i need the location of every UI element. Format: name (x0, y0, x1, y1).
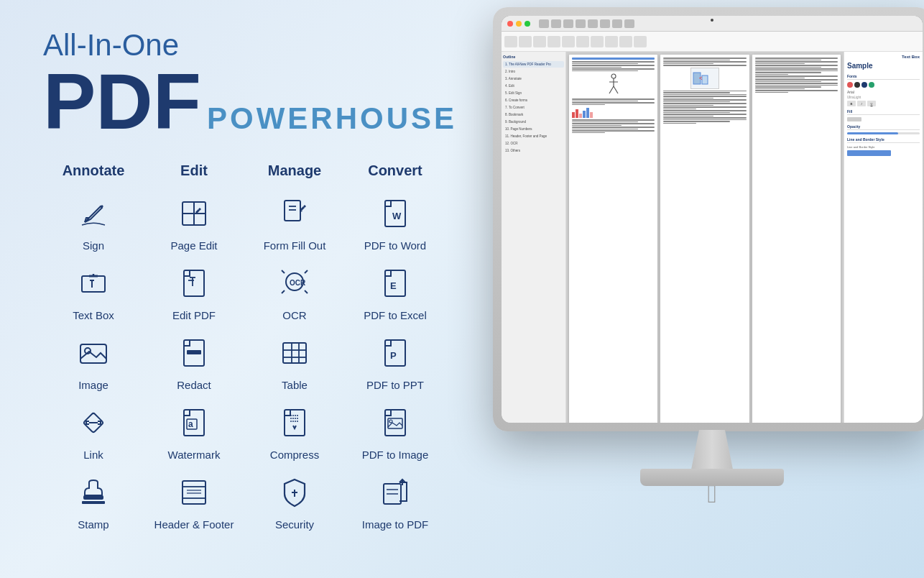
svg-rect-39 (285, 410, 305, 436)
line-border-sub: Line and Border Style (847, 145, 920, 149)
fill-swatch (847, 117, 861, 121)
svg-line-18 (305, 270, 308, 273)
image-icon (73, 333, 114, 373)
monitor-bezel: Outline 1. The All-New PDF Reader Pro 2.… (502, 16, 923, 423)
cat-edit: Edit (144, 162, 244, 179)
feature-form-fill-out[interactable]: Form Fill Out (244, 193, 345, 252)
redact-icon (174, 333, 214, 373)
svg-point-45 (389, 420, 392, 423)
pdf-page-3 (752, 55, 841, 423)
feature-sign[interactable]: Sign (43, 193, 144, 252)
page-header-1 (572, 58, 655, 60)
font-name-ultralight: UltraLight (847, 96, 920, 99)
svg-line-62 (609, 86, 614, 93)
outline-title: Outline (503, 55, 564, 59)
watermark-icon: a (174, 403, 214, 443)
feature-security[interactable]: Security (244, 472, 345, 531)
monitor-neck (690, 430, 734, 473)
swatch-blue (861, 82, 867, 88)
border-preview (847, 150, 891, 156)
page-lines-3 (572, 119, 655, 133)
toolbar-btn-10 (634, 36, 647, 47)
cat-manage: Manage (244, 162, 345, 179)
toolbar-btn-9 (619, 36, 632, 47)
sidebar-item-7: 7. To Convert (503, 104, 564, 111)
feature-pdf-to-image[interactable]: PDF to Image (345, 403, 445, 461)
swatch-green (869, 82, 874, 88)
page-edit-label: Page Edit (170, 239, 217, 252)
line-border-title: Line and Border Style (847, 137, 920, 143)
feature-stamp[interactable]: Stamp (43, 472, 144, 531)
toolbar-btn-5 (562, 36, 575, 47)
svg-rect-47 (82, 501, 105, 504)
svg-rect-27 (283, 343, 306, 363)
toolbar-icon-3 (563, 19, 573, 28)
page-edit-icon (174, 193, 214, 234)
sidebar-item-11: 11. Header, Footer and Page (503, 133, 564, 139)
link-label: Link (83, 449, 103, 461)
feature-ocr[interactable]: OCR OCR (244, 263, 345, 321)
feature-redact[interactable]: Redact (144, 333, 244, 391)
sign-label: Sign (83, 239, 104, 252)
fill-controls (847, 117, 920, 121)
stamp-label: Stamp (78, 518, 108, 531)
screen-toolbar2 (502, 32, 923, 52)
mac-mockup: Outline 1. The All-New PDF Reader Pro 2.… (479, 7, 924, 575)
header-footer-label: Header & Footer (154, 518, 234, 531)
feature-pdf-to-excel[interactable]: E PDF to Excel (345, 263, 445, 321)
feature-link[interactable]: Link (43, 403, 144, 461)
feature-image-to-pdf[interactable]: Image to PDF (345, 472, 445, 531)
toolbar-btn-4 (548, 36, 560, 47)
traffic-light-yellow (516, 21, 522, 27)
page-lines-1 (572, 61, 655, 71)
pdf-page-2 (660, 55, 749, 423)
feature-compress[interactable]: Compress (244, 403, 345, 461)
feature-image[interactable]: Image (43, 333, 144, 391)
traffic-light-green (525, 21, 530, 27)
svg-line-17 (282, 270, 285, 273)
compress-icon (274, 403, 315, 443)
table-icon (274, 333, 315, 373)
feature-pdf-to-ppt[interactable]: P PDF to PPT (345, 333, 445, 391)
link-icon (73, 403, 114, 443)
btn-underline: U (867, 101, 876, 106)
screen-right-panel: Text Box Sample Fonts Arial UltraLight (844, 52, 923, 423)
sidebar-item-2: 2. Intro (503, 68, 564, 75)
screen-sidebar: Outline 1. The All-New PDF Reader Pro 2.… (502, 52, 566, 423)
color-swatches (847, 82, 920, 88)
feature-grid: Sign Page Edit (43, 193, 503, 531)
ocr-icon: OCR (274, 263, 315, 303)
edit-pdf-label: Edit PDF (172, 309, 216, 321)
feature-page-edit[interactable]: Page Edit (144, 193, 244, 252)
opacity-slider-fill (847, 132, 898, 134)
font-name-arial: Arial (847, 90, 920, 94)
text-box-icon (73, 263, 114, 303)
sidebar-item-12: 12. OCR (503, 140, 564, 147)
page-figure-1 (690, 68, 719, 89)
btn-bold: B (847, 101, 856, 106)
svg-text:a: a (188, 419, 193, 429)
sidebar-item-1: 1. The All-New PDF Reader Pro (503, 61, 564, 68)
toolbar-icon-8 (624, 19, 634, 28)
stick-figure-area (572, 73, 655, 96)
svg-point-59 (611, 74, 616, 78)
toolbar-btn-3 (533, 36, 546, 47)
svg-line-19 (282, 290, 285, 293)
feature-watermark[interactable]: a Watermark (144, 403, 244, 461)
pdf-to-excel-label: PDF to Excel (364, 309, 427, 321)
feature-table[interactable]: Table (244, 333, 345, 391)
fill-title: Fill (847, 109, 920, 115)
watermark-label: Watermark (168, 449, 221, 461)
toolbar-btn-7 (591, 36, 604, 47)
feature-text-box[interactable]: Text Box (43, 263, 144, 321)
ocr-label: OCR (282, 309, 306, 321)
svg-rect-26 (187, 350, 201, 354)
svg-rect-23 (80, 344, 106, 363)
feature-header-footer[interactable]: Header & Footer (144, 472, 244, 531)
compress-label: Compress (270, 449, 319, 461)
sidebar-item-4: 4. Edit (503, 83, 564, 89)
feature-edit-pdf[interactable]: Edit PDF (144, 263, 244, 321)
feature-pdf-to-word[interactable]: W PDF to Word (345, 193, 445, 252)
background: All-In-One PDF POWERHOUSE Annotate Edit … (0, 0, 924, 578)
opacity-title: Opacity (847, 124, 920, 130)
